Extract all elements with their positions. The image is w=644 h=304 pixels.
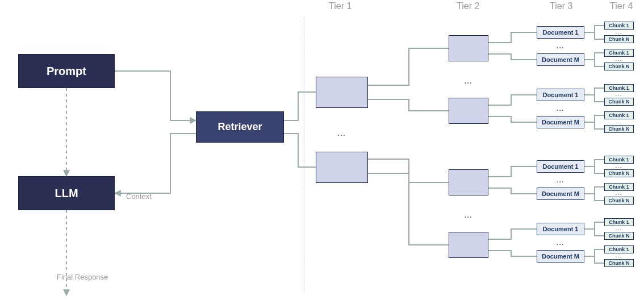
connectors: [0, 0, 644, 304]
